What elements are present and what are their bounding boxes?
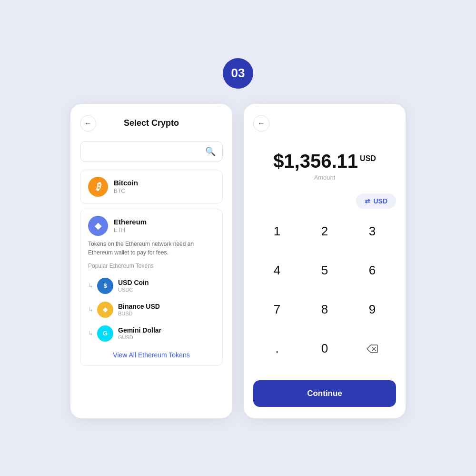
currency-label: USD [373, 197, 387, 205]
bitcoin-name: Bitcoin [114, 179, 138, 187]
continue-button[interactable]: Continue [253, 380, 396, 407]
search-input[interactable] [87, 147, 205, 155]
panels-container: ← Select Crypto 🔍 ₿ Bitcoin BTC ◆ [70, 104, 406, 418]
search-box[interactable]: 🔍 [80, 141, 223, 162]
currency-toggle-container: ⇄ USD [253, 193, 396, 209]
num-7-button[interactable]: 7 [253, 294, 301, 325]
busd-icon: ◆ [97, 302, 113, 318]
num-1-button[interactable]: 1 [253, 216, 301, 247]
search-icon: 🔍 [205, 146, 216, 157]
ethereum-info: Ethereum ETH [114, 218, 147, 233]
amount-currency-sup: USD [360, 154, 376, 163]
gusd-name: Gemini Dollar [118, 326, 161, 334]
ethereum-header: ◆ Ethereum ETH [88, 216, 215, 236]
gusd-info: Gemini Dollar GUSD [118, 326, 161, 340]
num-4-button[interactable]: 4 [253, 255, 301, 286]
right-panel-header: ← [253, 115, 396, 132]
busd-arrow-icon: ↳ [88, 306, 93, 313]
num-3-button[interactable]: 3 [348, 216, 396, 247]
num-5-button[interactable]: 5 [301, 255, 348, 286]
left-back-arrow: ← [84, 119, 92, 128]
currency-toggle-button[interactable]: ⇄ USD [356, 193, 396, 209]
busd-name: Binance USD [118, 303, 160, 310]
num-2-button[interactable]: 2 [301, 216, 348, 247]
usdc-symbol: USDC [118, 287, 149, 293]
right-back-arrow: ← [258, 119, 265, 128]
num-dot-button[interactable]: . [253, 334, 301, 364]
num-8-button[interactable]: 8 [301, 294, 348, 325]
num-9-button[interactable]: 9 [348, 294, 396, 325]
swap-icon: ⇄ [365, 197, 370, 205]
busd-symbol: BUSD [118, 311, 160, 316]
step-number: 03 [231, 66, 245, 81]
amount-panel: ← $1,356.11USD Amount ⇄ USD 1 2 3 4 5 6 … [244, 104, 406, 418]
usdc-name: USD Coin [118, 279, 149, 286]
ethereum-symbol: ETH [114, 227, 147, 233]
busd-token-item[interactable]: ↳ ◆ Binance USD BUSD [88, 298, 215, 322]
usdc-arrow-icon: ↳ [88, 282, 93, 289]
gusd-arrow-icon: ↳ [88, 330, 93, 337]
gusd-token-item[interactable]: ↳ G Gemini Dollar GUSD [88, 322, 215, 345]
left-panel-header: ← Select Crypto [80, 115, 223, 132]
amount-number: $1,356.11 [273, 151, 358, 172]
amount-label: Amount [253, 174, 396, 181]
busd-info: Binance USD BUSD [118, 303, 160, 316]
gusd-symbol: GUSD [118, 334, 161, 340]
usdc-icon: $ [97, 278, 113, 294]
numpad: 1 2 3 4 5 6 7 8 9 . 0 [253, 216, 396, 373]
usdc-token-item[interactable]: ↳ $ USD Coin USDC [88, 274, 215, 298]
select-crypto-panel: ← Select Crypto 🔍 ₿ Bitcoin BTC ◆ [70, 104, 232, 418]
ethereum-section: ◆ Ethereum ETH Tokens on the Ethereum ne… [80, 209, 223, 366]
view-all-ethereum-tokens-link[interactable]: View All Ethereum Tokens [88, 351, 215, 359]
left-panel-title: Select Crypto [124, 118, 179, 128]
backspace-button[interactable] [348, 334, 396, 364]
popular-tokens-label: Popular Ethereum Tokens [88, 263, 215, 269]
right-back-button[interactable]: ← [253, 115, 269, 132]
step-badge: 03 [223, 58, 253, 89]
usdc-info: USD Coin USDC [118, 279, 149, 293]
num-6-button[interactable]: 6 [348, 255, 396, 286]
ethereum-icon: ◆ [88, 216, 108, 236]
num-0-button[interactable]: 0 [301, 334, 348, 364]
ethereum-note: Tokens on the Ethereum network need an E… [88, 240, 215, 257]
amount-display: $1,356.11USD [273, 151, 376, 172]
bitcoin-symbol: BTC [114, 188, 138, 194]
bitcoin-icon: ₿ [88, 177, 108, 197]
gusd-icon: G [97, 325, 113, 342]
bitcoin-item[interactable]: ₿ Bitcoin BTC [80, 170, 223, 204]
ethereum-name: Ethereum [114, 218, 147, 226]
left-back-button[interactable]: ← [80, 115, 96, 132]
bitcoin-info: Bitcoin BTC [114, 179, 138, 194]
amount-section: $1,356.11USD Amount [253, 141, 396, 193]
